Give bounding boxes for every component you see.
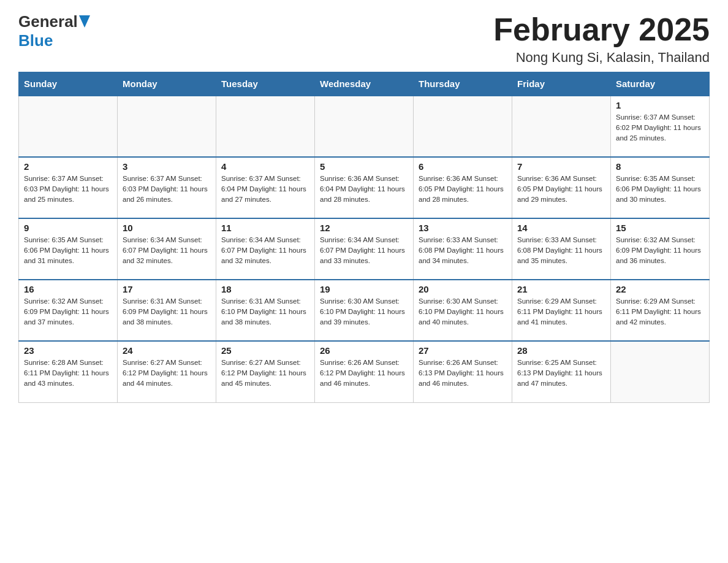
day-info: Sunrise: 6:30 AM Sunset: 6:10 PM Dayligh… — [320, 296, 408, 327]
day-info: Sunrise: 6:34 AM Sunset: 6:07 PM Dayligh… — [123, 235, 211, 266]
day-number: 2 — [24, 161, 112, 172]
calendar-day-header: Tuesday — [216, 72, 315, 96]
calendar-day-header: Monday — [118, 72, 216, 96]
day-number: 5 — [320, 161, 408, 172]
day-info: Sunrise: 6:25 AM Sunset: 6:13 PM Dayligh… — [517, 358, 605, 388]
day-number: 8 — [616, 161, 704, 172]
day-number: 27 — [419, 345, 507, 356]
day-info: Sunrise: 6:37 AM Sunset: 6:03 PM Dayligh… — [24, 174, 112, 204]
calendar-table: SundayMondayTuesdayWednesdayThursdayFrid… — [18, 72, 710, 403]
day-number: 26 — [320, 345, 408, 356]
day-number: 11 — [221, 223, 309, 233]
day-number: 9 — [24, 223, 112, 233]
calendar-day-cell: 4Sunrise: 6:37 AM Sunset: 6:04 PM Daylig… — [216, 157, 315, 218]
day-number: 24 — [123, 345, 211, 356]
day-info: Sunrise: 6:26 AM Sunset: 6:13 PM Dayligh… — [419, 358, 507, 388]
calendar-day-cell: 8Sunrise: 6:35 AM Sunset: 6:06 PM Daylig… — [611, 157, 710, 218]
logo-arrow-icon — [79, 15, 90, 28]
calendar-day-cell: 15Sunrise: 6:32 AM Sunset: 6:09 PM Dayli… — [611, 218, 710, 280]
day-number: 13 — [419, 223, 507, 233]
day-number: 21 — [517, 284, 605, 294]
day-info: Sunrise: 6:35 AM Sunset: 6:06 PM Dayligh… — [24, 235, 112, 266]
calendar-week-row: 9Sunrise: 6:35 AM Sunset: 6:06 PM Daylig… — [19, 218, 710, 280]
calendar-day-cell: 7Sunrise: 6:36 AM Sunset: 6:05 PM Daylig… — [512, 157, 611, 218]
logo: General Blue — [18, 12, 90, 50]
calendar-day-cell: 22Sunrise: 6:29 AM Sunset: 6:11 PM Dayli… — [611, 280, 710, 341]
calendar-day-cell: 24Sunrise: 6:27 AM Sunset: 6:12 PM Dayli… — [118, 341, 216, 402]
svg-marker-0 — [79, 15, 90, 28]
calendar-day-cell: 25Sunrise: 6:27 AM Sunset: 6:12 PM Dayli… — [216, 341, 315, 402]
calendar-day-cell — [315, 96, 414, 157]
calendar-week-row: 16Sunrise: 6:32 AM Sunset: 6:09 PM Dayli… — [19, 280, 710, 341]
calendar-day-cell: 10Sunrise: 6:34 AM Sunset: 6:07 PM Dayli… — [118, 218, 216, 280]
calendar-day-cell: 18Sunrise: 6:31 AM Sunset: 6:10 PM Dayli… — [216, 280, 315, 341]
location-title: Nong Kung Si, Kalasin, Thailand — [493, 50, 710, 66]
calendar-day-cell — [19, 96, 118, 157]
day-number: 20 — [419, 284, 507, 294]
calendar-day-cell — [216, 96, 315, 157]
day-info: Sunrise: 6:32 AM Sunset: 6:09 PM Dayligh… — [24, 296, 112, 327]
calendar-day-cell: 26Sunrise: 6:26 AM Sunset: 6:12 PM Dayli… — [315, 341, 414, 402]
calendar-day-cell: 11Sunrise: 6:34 AM Sunset: 6:07 PM Dayli… — [216, 218, 315, 280]
calendar-day-cell: 23Sunrise: 6:28 AM Sunset: 6:11 PM Dayli… — [19, 341, 118, 402]
calendar-day-header: Sunday — [19, 72, 118, 96]
day-number: 14 — [517, 223, 605, 233]
calendar-day-cell: 17Sunrise: 6:31 AM Sunset: 6:09 PM Dayli… — [118, 280, 216, 341]
day-number: 7 — [517, 161, 605, 172]
day-info: Sunrise: 6:30 AM Sunset: 6:10 PM Dayligh… — [419, 296, 507, 327]
calendar-day-cell: 6Sunrise: 6:36 AM Sunset: 6:05 PM Daylig… — [414, 157, 512, 218]
calendar-day-cell: 13Sunrise: 6:33 AM Sunset: 6:08 PM Dayli… — [414, 218, 512, 280]
calendar-day-cell: 9Sunrise: 6:35 AM Sunset: 6:06 PM Daylig… — [19, 218, 118, 280]
day-number: 22 — [616, 284, 704, 294]
calendar-day-header: Saturday — [611, 72, 710, 96]
calendar-day-cell — [118, 96, 216, 157]
day-number: 25 — [221, 345, 309, 356]
day-number: 3 — [123, 161, 211, 172]
calendar-day-cell — [611, 341, 710, 402]
day-info: Sunrise: 6:28 AM Sunset: 6:11 PM Dayligh… — [24, 358, 112, 388]
day-number: 12 — [320, 223, 408, 233]
logo-general-text: General — [18, 12, 78, 31]
day-info: Sunrise: 6:35 AM Sunset: 6:06 PM Dayligh… — [616, 174, 704, 204]
calendar-header-row: SundayMondayTuesdayWednesdayThursdayFrid… — [19, 72, 710, 96]
page-header: General Blue February 2025 Nong Kung Si,… — [18, 12, 710, 66]
day-info: Sunrise: 6:37 AM Sunset: 6:04 PM Dayligh… — [221, 174, 309, 204]
day-info: Sunrise: 6:33 AM Sunset: 6:08 PM Dayligh… — [419, 235, 507, 266]
day-info: Sunrise: 6:26 AM Sunset: 6:12 PM Dayligh… — [320, 358, 408, 388]
day-info: Sunrise: 6:37 AM Sunset: 6:03 PM Dayligh… — [123, 174, 211, 204]
day-number: 15 — [616, 223, 704, 233]
month-year-title: February 2025 — [493, 12, 710, 47]
day-number: 17 — [123, 284, 211, 294]
day-number: 1 — [616, 100, 704, 110]
day-info: Sunrise: 6:27 AM Sunset: 6:12 PM Dayligh… — [221, 358, 309, 388]
calendar-day-cell: 2Sunrise: 6:37 AM Sunset: 6:03 PM Daylig… — [19, 157, 118, 218]
day-info: Sunrise: 6:37 AM Sunset: 6:02 PM Dayligh… — [616, 112, 704, 143]
calendar-day-header: Friday — [512, 72, 611, 96]
day-number: 16 — [24, 284, 112, 294]
day-number: 4 — [221, 161, 309, 172]
day-info: Sunrise: 6:29 AM Sunset: 6:11 PM Dayligh… — [616, 296, 704, 327]
day-info: Sunrise: 6:34 AM Sunset: 6:07 PM Dayligh… — [320, 235, 408, 266]
logo-blue-text: Blue — [18, 31, 53, 50]
calendar-day-cell: 27Sunrise: 6:26 AM Sunset: 6:13 PM Dayli… — [414, 341, 512, 402]
calendar-day-header: Wednesday — [315, 72, 414, 96]
calendar-day-cell: 21Sunrise: 6:29 AM Sunset: 6:11 PM Dayli… — [512, 280, 611, 341]
day-info: Sunrise: 6:36 AM Sunset: 6:04 PM Dayligh… — [320, 174, 408, 204]
calendar-day-cell: 28Sunrise: 6:25 AM Sunset: 6:13 PM Dayli… — [512, 341, 611, 402]
day-info: Sunrise: 6:33 AM Sunset: 6:08 PM Dayligh… — [517, 235, 605, 266]
calendar-day-cell: 5Sunrise: 6:36 AM Sunset: 6:04 PM Daylig… — [315, 157, 414, 218]
day-info: Sunrise: 6:31 AM Sunset: 6:09 PM Dayligh… — [123, 296, 211, 327]
calendar-day-cell: 3Sunrise: 6:37 AM Sunset: 6:03 PM Daylig… — [118, 157, 216, 218]
day-number: 28 — [517, 345, 605, 356]
day-info: Sunrise: 6:27 AM Sunset: 6:12 PM Dayligh… — [123, 358, 211, 388]
calendar-day-cell: 14Sunrise: 6:33 AM Sunset: 6:08 PM Dayli… — [512, 218, 611, 280]
calendar-day-cell: 20Sunrise: 6:30 AM Sunset: 6:10 PM Dayli… — [414, 280, 512, 341]
day-info: Sunrise: 6:34 AM Sunset: 6:07 PM Dayligh… — [221, 235, 309, 266]
calendar-day-cell: 16Sunrise: 6:32 AM Sunset: 6:09 PM Dayli… — [19, 280, 118, 341]
calendar-week-row: 2Sunrise: 6:37 AM Sunset: 6:03 PM Daylig… — [19, 157, 710, 218]
calendar-day-cell: 19Sunrise: 6:30 AM Sunset: 6:10 PM Dayli… — [315, 280, 414, 341]
day-number: 23 — [24, 345, 112, 356]
day-number: 6 — [419, 161, 507, 172]
day-number: 10 — [123, 223, 211, 233]
calendar-day-cell: 1Sunrise: 6:37 AM Sunset: 6:02 PM Daylig… — [611, 96, 710, 157]
